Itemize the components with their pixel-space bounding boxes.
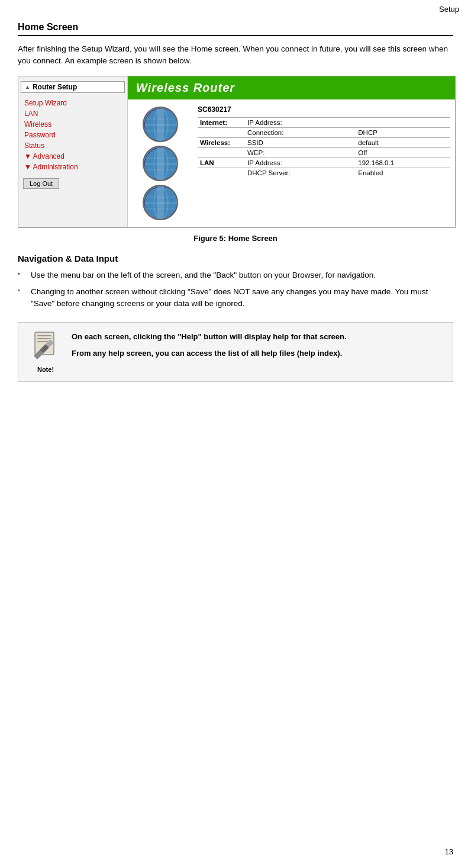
wep-value: Off xyxy=(356,147,450,157)
dhcp-server-value: Enabled xyxy=(356,168,450,178)
page-header: Setup xyxy=(0,0,471,16)
sidebar-item-lan[interactable]: LAN xyxy=(18,108,127,119)
scroll-up-icon: ▲ xyxy=(25,84,30,90)
connection-label: Connection: xyxy=(245,127,356,137)
sidebar-logout-area: Log Out xyxy=(23,178,122,189)
page-footer: 13 xyxy=(445,847,453,856)
nav-list-item-2: " Changing to another screen without cli… xyxy=(18,286,453,310)
connection-value: DHCP xyxy=(356,127,450,137)
globe-icon-1 xyxy=(143,107,178,142)
router-info-col: SC630217 Internet: IP Address: Connectio… xyxy=(193,103,455,224)
nav-section-title: Navigation & Data Input xyxy=(18,253,453,263)
note-label: Note! xyxy=(37,366,54,373)
ip-address-value xyxy=(356,117,450,127)
wep-label: WEP: xyxy=(245,147,356,157)
globe-icon-2 xyxy=(143,146,178,181)
router-body: SC630217 Internet: IP Address: Connectio… xyxy=(128,99,455,227)
internet-label: Internet: xyxy=(198,117,245,127)
svg-rect-19 xyxy=(37,335,51,336)
ip-address-label: IP Address: xyxy=(245,117,356,127)
device-id: SC630217 xyxy=(198,105,450,114)
nav-list: " Use the menu bar on the left of the sc… xyxy=(18,269,453,310)
nav-list-item-1: " Use the menu bar on the left of the sc… xyxy=(18,269,453,282)
sidebar-item-administration[interactable]: ▼ Administration xyxy=(18,162,127,172)
svg-rect-20 xyxy=(37,338,51,339)
ssid-value: default xyxy=(356,137,450,147)
router-main: Wireless Router xyxy=(128,76,455,227)
router-header-bar: Wireless Router xyxy=(128,76,455,99)
note-pencil-icon xyxy=(30,331,61,365)
internet-empty xyxy=(198,127,245,137)
note-box: Note! On each screen, clicking the "Help… xyxy=(18,322,453,382)
globe-inner-1 xyxy=(144,108,177,141)
wireless-label: Wireless: xyxy=(198,137,245,147)
lan-label: LAN xyxy=(198,157,245,168)
bullet-1: " xyxy=(18,270,25,282)
nav-item-text-2: Changing to another screen without click… xyxy=(31,286,453,310)
wireless-empty xyxy=(198,147,245,157)
svg-rect-21 xyxy=(37,341,48,342)
page-content: Home Screen After finishing the Setup Wi… xyxy=(0,16,471,400)
sidebar-item-status[interactable]: Status xyxy=(18,140,127,151)
info-table: Internet: IP Address: Connection: DHCP W… xyxy=(198,117,450,178)
ssid-label: SSID xyxy=(245,137,356,147)
sidebar-item-advanced[interactable]: ▼ Advanced xyxy=(18,151,127,162)
note-text: On each screen, clicking the "Help" butt… xyxy=(72,331,347,359)
sidebar-item-setup-wizard[interactable]: Setup Wizard xyxy=(18,98,127,108)
section-home-screen-title: Home Screen xyxy=(18,22,453,36)
router-sidebar: ▲ Router Setup Setup Wizard LAN Wireless… xyxy=(18,76,128,227)
globe-icon-3 xyxy=(143,185,178,220)
figure-caption: Figure 5: Home Screen xyxy=(18,234,453,243)
sidebar-item-password[interactable]: Password xyxy=(18,130,127,140)
nav-item-text-1: Use the menu bar on the left of the scre… xyxy=(31,269,376,281)
lan-empty xyxy=(198,168,245,178)
router-screenshot: ▲ Router Setup Setup Wizard LAN Wireless… xyxy=(18,76,456,228)
sidebar-item-wireless[interactable]: Wireless xyxy=(18,119,127,130)
logout-button[interactable]: Log Out xyxy=(23,178,59,189)
page-number: 13 xyxy=(445,847,453,856)
bullet-2: " xyxy=(18,287,25,298)
lan-ip-label: IP Address: xyxy=(245,157,356,168)
dhcp-server-label: DHCP Server: xyxy=(245,168,356,178)
globe-inner-3 xyxy=(144,186,177,219)
globe-inner-2 xyxy=(144,147,177,180)
header-title: Setup xyxy=(439,5,459,14)
note-line-1: On each screen, clicking the "Help" butt… xyxy=(72,331,347,343)
router-icons-col xyxy=(128,103,193,224)
router-sidebar-title: ▲ Router Setup xyxy=(21,81,125,93)
intro-text: After finishing the Setup Wizard, you wi… xyxy=(18,43,453,67)
note-icon-area: Note! xyxy=(28,331,63,373)
note-line-2: From any help screen, you can access the… xyxy=(72,348,347,359)
lan-ip-value: 192.168.0.1 xyxy=(356,157,450,168)
